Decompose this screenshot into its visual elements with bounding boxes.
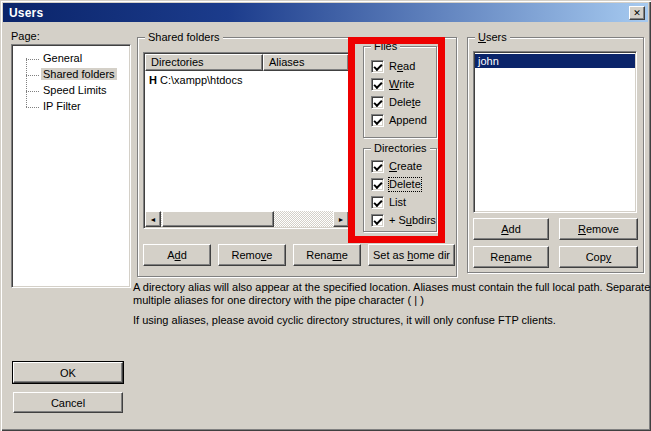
- subdirs-checkbox[interactable]: [371, 214, 384, 227]
- set-as-home-dir-button[interactable]: Set as home dir: [368, 244, 455, 266]
- directories-permissions-group: Directories Create Delete List + Subdirs: [363, 148, 437, 232]
- user-row-john[interactable]: john: [475, 54, 635, 68]
- user-copy-button[interactable]: Copy: [559, 246, 638, 268]
- scroll-right-button[interactable]: ►: [333, 211, 349, 227]
- files-group-label: Files: [371, 40, 400, 52]
- directories-group-label: Directories: [371, 142, 430, 154]
- window-title: Users: [3, 6, 43, 20]
- page-item-speed-limits[interactable]: Speed Limits: [12, 83, 130, 99]
- page-tree: General Shared folders Speed Limits IP F…: [11, 44, 131, 288]
- dir-list-option[interactable]: List: [371, 195, 406, 209]
- page-item-shared-folders[interactable]: Shared folders: [12, 67, 130, 83]
- directory-row[interactable]: HC:\xampp\htdocs: [146, 73, 243, 87]
- user-add-button[interactable]: Add: [473, 218, 549, 240]
- close-button[interactable]: ✕: [629, 6, 645, 20]
- scroll-right-icon: ►: [338, 216, 345, 223]
- directory-path: C:\xampp\htdocs: [160, 74, 243, 86]
- read-checkbox[interactable]: [371, 60, 384, 73]
- page-item-general[interactable]: General: [12, 51, 130, 67]
- home-marker: H: [146, 74, 160, 86]
- directories-listview[interactable]: Directories Aliases HC:\xampp\htdocs ◄ ►: [143, 52, 351, 229]
- titlebar[interactable]: Users: [3, 3, 648, 22]
- folder-add-button[interactable]: Add: [143, 244, 211, 266]
- cancel-button[interactable]: Cancel: [13, 392, 123, 413]
- close-icon: ✕: [633, 9, 641, 18]
- ok-button[interactable]: OK: [13, 362, 123, 383]
- file-delete-checkbox[interactable]: [371, 96, 384, 109]
- files-append-option[interactable]: Append: [371, 113, 427, 127]
- alias-description-para1: A directory alias will also appear at th…: [133, 281, 651, 307]
- users-group-label: Users: [475, 31, 510, 43]
- scrollbar-thumb[interactable]: [162, 211, 274, 227]
- users-dialog: Users ✕ Page: General Shared folders Spe…: [0, 0, 651, 431]
- scroll-left-button[interactable]: ◄: [145, 211, 161, 227]
- users-listbox[interactable]: john: [473, 51, 637, 213]
- dir-create-option[interactable]: Create: [371, 159, 422, 173]
- write-checkbox[interactable]: [371, 78, 384, 91]
- shared-folders-group-label: Shared folders: [145, 31, 223, 43]
- folder-rename-button[interactable]: Rename: [293, 244, 361, 266]
- create-checkbox[interactable]: [371, 160, 384, 173]
- list-checkbox[interactable]: [371, 196, 384, 209]
- alias-description-para2: If using aliases, please avoid cyclic di…: [133, 314, 651, 327]
- column-header-directories[interactable]: Directories: [145, 54, 263, 71]
- user-rename-button[interactable]: Rename: [473, 246, 549, 268]
- files-delete-option[interactable]: Delete: [371, 95, 421, 109]
- folder-remove-button[interactable]: Remove: [218, 244, 286, 266]
- listview-header: Directories Aliases: [145, 54, 349, 71]
- files-write-option[interactable]: Write: [371, 77, 414, 91]
- column-header-aliases[interactable]: Aliases: [263, 54, 349, 71]
- files-permissions-group: Files Read Write Delete Append: [363, 46, 437, 138]
- horizontal-scrollbar[interactable]: ◄ ►: [145, 211, 349, 227]
- dir-delete-option[interactable]: Delete: [371, 177, 421, 191]
- dir-delete-checkbox[interactable]: [371, 178, 384, 191]
- dir-subdirs-option[interactable]: + Subdirs: [371, 213, 436, 227]
- alias-description: A directory alias will also appear at th…: [133, 281, 651, 334]
- page-label: Page:: [11, 30, 40, 42]
- scroll-left-icon: ◄: [150, 216, 157, 223]
- files-read-option[interactable]: Read: [371, 59, 415, 73]
- user-remove-button[interactable]: Remove: [559, 218, 638, 240]
- page-item-ip-filter[interactable]: IP Filter: [12, 99, 130, 115]
- append-checkbox[interactable]: [371, 114, 384, 127]
